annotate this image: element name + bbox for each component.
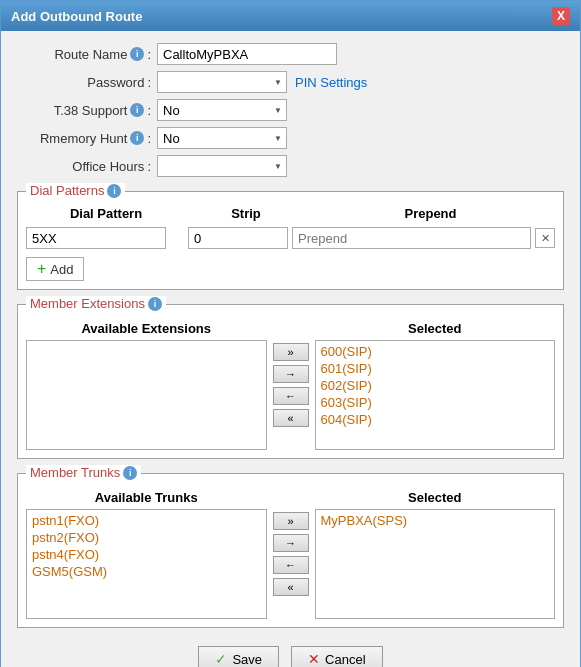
- office-hours-select[interactable]: [157, 155, 287, 177]
- dial-patterns-header: Dial Pattern Strip Prepend: [26, 206, 555, 221]
- list-item[interactable]: pstn1(FXO): [29, 512, 264, 529]
- t38-row: T.38 Support i: No Yes: [17, 99, 564, 121]
- trunk-right-button[interactable]: →: [273, 534, 309, 552]
- member-trunks-section-label: Member Trunks i: [26, 465, 141, 480]
- t38-select[interactable]: No Yes: [157, 99, 287, 121]
- add-pattern-button[interactable]: + Add: [26, 257, 84, 281]
- dialog-title: Add Outbound Route: [11, 9, 142, 24]
- route-name-label: Route Name i:: [17, 47, 157, 62]
- dial-patterns-section-label: Dial Patterns i: [26, 183, 125, 198]
- dial-patterns-info-icon[interactable]: i: [107, 184, 121, 198]
- available-trunks-list[interactable]: pstn1(FXO)pstn2(FXO)pstn4(FXO)GSM5(GSM): [26, 509, 267, 619]
- footer-buttons: ✓ Save ✕ Cancel: [17, 638, 564, 667]
- ext-all-left-button[interactable]: «: [273, 409, 309, 427]
- available-extensions-header: Available Extensions: [26, 321, 267, 336]
- password-label: Password:: [17, 75, 157, 90]
- dialog-body: Route Name i: Password: PIN Settings T.3…: [1, 31, 580, 667]
- dp-col-prepend-header: Prepend: [306, 206, 555, 221]
- dial-patterns-section: Dial Patterns i Dial Pattern Strip Prepe…: [17, 191, 564, 290]
- dp-col-pattern-header: Dial Pattern: [26, 206, 186, 221]
- dial-pattern-row: ✕: [26, 227, 555, 249]
- rmemory-row: Rmemory Hunt i: No Yes: [17, 127, 564, 149]
- rmemory-label: Rmemory Hunt i:: [17, 131, 157, 146]
- t38-info-icon[interactable]: i: [130, 103, 144, 117]
- selected-extensions-header: Selected: [315, 321, 556, 336]
- rmemory-select-wrapper: No Yes: [157, 127, 287, 149]
- save-button[interactable]: ✓ Save: [198, 646, 279, 667]
- list-item[interactable]: 600(SIP): [318, 343, 553, 360]
- member-extensions-section: Member Extensions i Available Extensions…: [17, 304, 564, 459]
- available-trunks-header: Available Trunks: [26, 490, 267, 505]
- list-item[interactable]: 603(SIP): [318, 394, 553, 411]
- dial-pattern-input[interactable]: [26, 227, 166, 249]
- selected-extensions-list[interactable]: 600(SIP)601(SIP)602(SIP)603(SIP)604(SIP): [315, 340, 556, 450]
- list-item[interactable]: 601(SIP): [318, 360, 553, 377]
- t38-select-wrapper: No Yes: [157, 99, 287, 121]
- selected-trunks-col: Selected MyPBXA(SPS): [315, 490, 556, 619]
- available-extensions-list[interactable]: [26, 340, 267, 450]
- available-extensions-col: Available Extensions: [26, 321, 267, 450]
- office-hours-label: Office Hours:: [17, 159, 157, 174]
- selected-trunks-header: Selected: [315, 490, 556, 505]
- password-row: Password: PIN Settings: [17, 71, 564, 93]
- available-trunks-col: Available Trunks pstn1(FXO)pstn2(FXO)pst…: [26, 490, 267, 619]
- cancel-x-icon: ✕: [308, 651, 320, 667]
- rmemory-info-icon[interactable]: i: [130, 131, 144, 145]
- password-select-wrapper: [157, 71, 287, 93]
- member-extensions-info-icon[interactable]: i: [148, 297, 162, 311]
- trunks-transfer-buttons: » → ← «: [273, 490, 309, 596]
- strip-input[interactable]: [188, 227, 288, 249]
- route-name-input[interactable]: [157, 43, 337, 65]
- trunk-left-button[interactable]: ←: [273, 556, 309, 574]
- route-name-row: Route Name i:: [17, 43, 564, 65]
- trunk-all-left-button[interactable]: «: [273, 578, 309, 596]
- pin-settings-link[interactable]: PIN Settings: [295, 75, 367, 90]
- list-item[interactable]: pstn2(FXO): [29, 529, 264, 546]
- selected-trunks-list[interactable]: MyPBXA(SPS): [315, 509, 556, 619]
- prepend-input[interactable]: [292, 227, 531, 249]
- trunks-layout: Available Trunks pstn1(FXO)pstn2(FXO)pst…: [26, 490, 555, 619]
- member-extensions-section-label: Member Extensions i: [26, 296, 166, 311]
- list-item[interactable]: pstn4(FXO): [29, 546, 264, 563]
- dialog-header: Add Outbound Route X: [1, 1, 580, 31]
- password-select[interactable]: [157, 71, 287, 93]
- office-hours-select-wrapper: [157, 155, 287, 177]
- add-outbound-route-dialog: Add Outbound Route X Route Name i: Passw…: [0, 0, 581, 667]
- t38-label: T.38 Support i:: [17, 103, 157, 118]
- member-trunks-info-icon[interactable]: i: [123, 466, 137, 480]
- add-pattern-icon: +: [37, 261, 46, 277]
- cancel-button[interactable]: ✕ Cancel: [291, 646, 382, 667]
- extensions-layout: Available Extensions » → ← « Selected 60…: [26, 321, 555, 450]
- ext-left-button[interactable]: ←: [273, 387, 309, 405]
- list-item[interactable]: 602(SIP): [318, 377, 553, 394]
- selected-extensions-col: Selected 600(SIP)601(SIP)602(SIP)603(SIP…: [315, 321, 556, 450]
- member-trunks-section: Member Trunks i Available Trunks pstn1(F…: [17, 473, 564, 628]
- list-item[interactable]: 604(SIP): [318, 411, 553, 428]
- ext-all-right-button[interactable]: »: [273, 343, 309, 361]
- route-name-info-icon[interactable]: i: [130, 47, 144, 61]
- ext-right-button[interactable]: →: [273, 365, 309, 383]
- list-item[interactable]: GSM5(GSM): [29, 563, 264, 580]
- extensions-transfer-buttons: » → ← «: [273, 321, 309, 427]
- close-button[interactable]: X: [552, 7, 570, 25]
- delete-pattern-button[interactable]: ✕: [535, 228, 555, 248]
- rmemory-select[interactable]: No Yes: [157, 127, 287, 149]
- list-item[interactable]: MyPBXA(SPS): [318, 512, 553, 529]
- dp-col-strip-header: Strip: [186, 206, 306, 221]
- trunk-all-right-button[interactable]: »: [273, 512, 309, 530]
- save-check-icon: ✓: [215, 651, 227, 667]
- office-hours-row: Office Hours:: [17, 155, 564, 177]
